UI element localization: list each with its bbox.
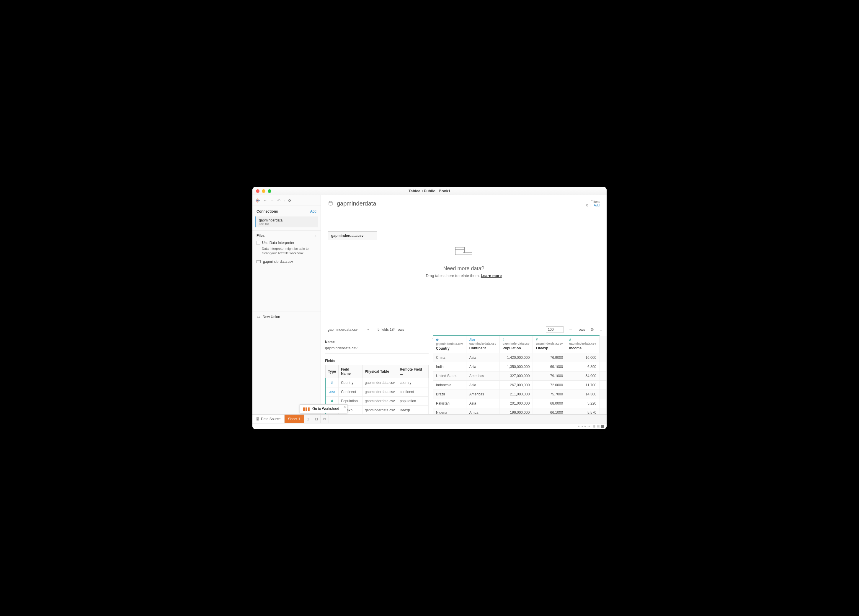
save-button[interactable]: ▫ bbox=[284, 198, 285, 203]
svg-point-4 bbox=[329, 202, 333, 203]
search-files-icon[interactable]: ⌕ bbox=[314, 234, 316, 238]
rows-input[interactable]: 100 bbox=[546, 326, 564, 333]
field-row[interactable]: AbcContinentgapminderdata.csvcontinent bbox=[326, 388, 429, 397]
number-type-icon: # bbox=[569, 338, 571, 341]
column-header[interactable]: #gapminderdata.csvIncome bbox=[566, 336, 600, 353]
go-to-worksheet-tooltip: ▮▮▮ Go to Worksheet ✕ bbox=[300, 404, 347, 413]
data-row[interactable]: IndonesiaAsia267,000,00072.000011,700 bbox=[433, 381, 607, 390]
relations-canvas[interactable]: gapminderdata.csv Need more data? Drag t… bbox=[321, 209, 607, 324]
preview-toolbar: gapminderdata.csv ▼ 5 fields 184 rows 10… bbox=[321, 324, 607, 335]
number-type-icon: # bbox=[536, 338, 537, 341]
checkbox-icon bbox=[256, 241, 260, 245]
learn-more-link[interactable]: Learn more bbox=[481, 274, 502, 278]
tableau-logo-icon bbox=[255, 198, 260, 203]
undo-button[interactable]: ↶ bbox=[277, 198, 281, 203]
app-window: Tableau Public - Book1 ← → ↶ ▫ ⟳ Connect… bbox=[252, 187, 607, 429]
tab-sheet-1[interactable]: Sheet 1 bbox=[284, 414, 304, 423]
metadata-panel: ‹ Name gapminderdata.csv Fields Type Fie… bbox=[321, 335, 433, 414]
add-connection-link[interactable]: Add bbox=[310, 210, 316, 214]
datasource-header: gapminderdata Filters 0 | Add bbox=[321, 195, 607, 209]
relate-tables-icon bbox=[453, 247, 474, 262]
number-type-icon: # bbox=[331, 399, 333, 403]
file-item[interactable]: gapminderdata.csv bbox=[252, 258, 320, 266]
main-area: gapminderdata Filters 0 | Add gapminderd… bbox=[321, 195, 607, 414]
filters-panel: Filters 0 | Add bbox=[586, 200, 600, 207]
column-header[interactable]: Abcgapminderdata.csvContinent bbox=[466, 336, 500, 353]
new-worksheet-button[interactable]: ⊞ bbox=[304, 414, 312, 423]
forward-button[interactable]: → bbox=[270, 198, 274, 203]
field-row-summary: 5 fields 184 rows bbox=[378, 327, 404, 331]
back-button[interactable]: ← bbox=[263, 198, 267, 203]
sidebar: ← → ↶ ▫ ⟳ Connections Add gapminderdata … bbox=[252, 195, 321, 414]
titlebar: Tableau Public - Book1 bbox=[252, 187, 607, 195]
table-selector[interactable]: gapminderdata.csv ▼ bbox=[325, 326, 372, 333]
column-header[interactable]: #gapminderdata.csvPopulation bbox=[500, 336, 533, 353]
add-filter-link[interactable]: Add bbox=[593, 203, 600, 207]
close-tooltip-icon[interactable]: ✕ bbox=[343, 405, 346, 409]
data-row[interactable]: PakistanAsia201,000,00068.00005,220 bbox=[433, 399, 607, 408]
string-type-icon: Abc bbox=[469, 338, 475, 341]
expand-chevron-icon[interactable]: ⌄ bbox=[600, 327, 603, 331]
view-mode-controls[interactable]: ▦▤ bbox=[592, 424, 604, 428]
database-icon: 🗄 bbox=[256, 417, 259, 421]
use-data-interpreter-checkbox[interactable]: Use Data Interpreter bbox=[252, 239, 320, 247]
files-header: Files ⌕ bbox=[252, 230, 320, 239]
zoom-window-button[interactable] bbox=[268, 189, 271, 193]
collapse-metadata-icon[interactable]: ‹ bbox=[432, 336, 433, 341]
column-header[interactable]: ⊕gapminderdata.csvCountry bbox=[433, 336, 466, 353]
data-row[interactable]: ChinaAsia1,420,000,00076.900016,000 bbox=[433, 353, 607, 362]
sidebar-toolbar: ← → ↶ ▫ ⟳ bbox=[252, 195, 320, 206]
interpreter-hint: Data Interpreter might be able to clean … bbox=[252, 247, 320, 258]
physical-table-name[interactable]: gapminderdata.csv bbox=[325, 346, 429, 353]
sheet-tab-bar: ▮▮▮ Go to Worksheet ✕ 🗄 Data Source Shee… bbox=[252, 414, 607, 423]
arrow-right-icon[interactable]: → bbox=[569, 327, 572, 331]
close-window-button[interactable] bbox=[256, 189, 259, 193]
geo-type-icon: ⊕ bbox=[436, 338, 439, 341]
database-icon bbox=[328, 201, 333, 206]
status-bar: ⇤◂▸⇥ ▦▤ bbox=[252, 423, 607, 429]
field-row[interactable]: ⊕Countrygapminderdata.csvcountry bbox=[326, 378, 429, 388]
table-node[interactable]: gapminderdata.csv bbox=[328, 231, 377, 240]
number-type-icon: # bbox=[503, 338, 504, 341]
string-type-icon: Abc bbox=[330, 390, 335, 394]
settings-icon[interactable]: ⚙ bbox=[590, 327, 594, 332]
data-row[interactable]: IndiaAsia1,350,000,00069.10006,890 bbox=[433, 362, 607, 372]
geo-type-icon: ⊕ bbox=[331, 381, 334, 385]
datasource-name[interactable]: gapminderdata bbox=[337, 200, 376, 207]
column-header[interactable]: #gapminderdata.csvLifeexp bbox=[533, 336, 566, 353]
data-row[interactable]: United StatesAmericas327,000,00079.10005… bbox=[433, 372, 607, 381]
tab-data-source[interactable]: 🗄 Data Source bbox=[252, 414, 284, 423]
chevron-down-icon: ▼ bbox=[367, 328, 370, 331]
new-dashboard-button[interactable]: ⊟ bbox=[312, 414, 320, 423]
table-icon bbox=[256, 260, 261, 263]
window-title: Tableau Public - Book1 bbox=[409, 189, 450, 193]
nav-controls[interactable]: ⇤◂▸⇥ bbox=[578, 424, 590, 428]
canvas-placeholder: Need more data? Drag tables here to rela… bbox=[405, 247, 523, 278]
new-union-button[interactable]: ⫘ New Union bbox=[252, 311, 320, 322]
new-story-button[interactable]: ⧉ bbox=[320, 414, 329, 423]
data-preview: ⊕gapminderdata.csvCountryAbcgapminderdat… bbox=[433, 335, 607, 414]
bar-chart-icon: ▮▮▮ bbox=[303, 406, 310, 411]
connection-item[interactable]: gapminderdata Text file bbox=[255, 216, 318, 227]
connections-header: Connections Add bbox=[252, 206, 320, 215]
window-controls bbox=[252, 189, 271, 193]
union-icon: ⫘ bbox=[256, 315, 260, 319]
data-row[interactable]: BrazilAmericas211,000,00075.700014,300 bbox=[433, 390, 607, 399]
data-row[interactable]: NigeriaAfrica196,000,00066.10005,570 bbox=[433, 408, 607, 414]
refresh-button[interactable]: ⟳ bbox=[288, 198, 292, 203]
minimize-window-button[interactable] bbox=[262, 189, 266, 193]
